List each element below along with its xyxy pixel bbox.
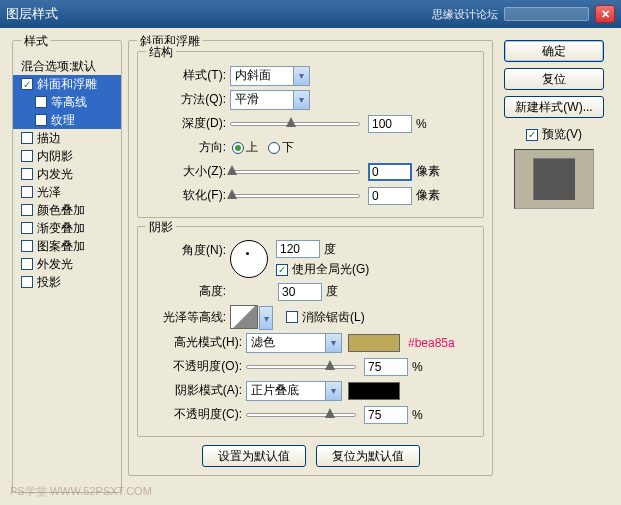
- style-item-label: 斜面和浮雕: [37, 76, 97, 93]
- highlight-color-swatch[interactable]: [348, 334, 400, 352]
- depth-input[interactable]: 100: [368, 115, 412, 133]
- direction-up-label: 上: [246, 139, 258, 156]
- chevron-down-icon: [325, 334, 341, 352]
- style-checkbox[interactable]: [21, 240, 33, 252]
- style-item-10[interactable]: 外发光: [13, 255, 121, 273]
- dialog-title: 图层样式: [6, 5, 58, 23]
- style-item-label: 等高线: [51, 94, 87, 111]
- chevron-down-icon: [293, 91, 309, 109]
- style-item-label: 内阴影: [37, 148, 73, 165]
- style-checkbox[interactable]: [21, 168, 33, 180]
- shading-group-label: 阴影: [146, 219, 176, 236]
- close-icon: ✕: [601, 8, 610, 21]
- style-item-label: 渐变叠加: [37, 220, 85, 237]
- style-value: 内斜面: [235, 67, 289, 84]
- soften-unit: 像素: [416, 187, 440, 204]
- style-checkbox[interactable]: [21, 204, 33, 216]
- global-light-label: 使用全局光(G): [292, 261, 369, 278]
- soften-slider[interactable]: [230, 194, 360, 198]
- style-checkbox[interactable]: [21, 78, 33, 90]
- shadow-opacity-input[interactable]: 75: [364, 406, 408, 424]
- style-item-4[interactable]: 内阴影: [13, 147, 121, 165]
- preview-checkbox[interactable]: [526, 129, 538, 141]
- style-item-2[interactable]: 纹理: [13, 111, 121, 129]
- style-checkbox[interactable]: [21, 258, 33, 270]
- preview-swatch: [533, 158, 575, 200]
- style-item-3[interactable]: 描边: [13, 129, 121, 147]
- titlebar: 图层样式 思缘设计论坛 ✕: [0, 0, 621, 28]
- angle-input[interactable]: 120: [276, 240, 320, 258]
- close-button[interactable]: ✕: [595, 5, 615, 23]
- size-slider[interactable]: [230, 170, 360, 174]
- style-item-label: 外发光: [37, 256, 73, 273]
- size-label: 大小(Z):: [146, 163, 226, 180]
- altitude-input[interactable]: 30: [278, 283, 322, 301]
- size-input[interactable]: 0: [368, 163, 412, 181]
- shadow-mode-value: 正片叠底: [251, 382, 321, 399]
- depth-unit: %: [416, 117, 427, 131]
- depth-slider[interactable]: [230, 122, 360, 126]
- soften-input[interactable]: 0: [368, 187, 412, 205]
- styles-list: 混合选项:默认 斜面和浮雕等高线纹理描边内阴影内发光光泽颜色叠加渐变叠加图案叠加…: [13, 57, 121, 291]
- style-checkbox[interactable]: [21, 186, 33, 198]
- highlight-opacity-label: 不透明度(O):: [146, 358, 242, 375]
- antialias-checkbox[interactable]: [286, 311, 298, 323]
- style-checkbox[interactable]: [21, 132, 33, 144]
- global-light-checkbox[interactable]: [276, 264, 288, 276]
- direction-down-label: 下: [282, 139, 294, 156]
- style-item-label: 描边: [37, 130, 61, 147]
- style-checkbox[interactable]: [21, 150, 33, 162]
- chevron-down-icon: [325, 382, 341, 400]
- style-item-label: 光泽: [37, 184, 61, 201]
- technique-value: 平滑: [235, 91, 289, 108]
- style-item-label: 投影: [37, 274, 61, 291]
- style-item-0[interactable]: 斜面和浮雕: [13, 75, 121, 93]
- technique-select[interactable]: 平滑: [230, 90, 310, 110]
- shadow-mode-select[interactable]: 正片叠底: [246, 381, 342, 401]
- style-item-6[interactable]: 光泽: [13, 183, 121, 201]
- direction-down-radio[interactable]: [268, 142, 280, 154]
- highlight-mode-value: 滤色: [251, 334, 321, 351]
- style-item-7[interactable]: 颜色叠加: [13, 201, 121, 219]
- style-item-1[interactable]: 等高线: [13, 93, 121, 111]
- style-checkbox[interactable]: [21, 222, 33, 234]
- angle-dial[interactable]: [230, 240, 268, 278]
- size-unit: 像素: [416, 163, 440, 180]
- style-item-5[interactable]: 内发光: [13, 165, 121, 183]
- forum-credit: 思缘设计论坛: [432, 7, 498, 22]
- altitude-unit: 度: [326, 283, 338, 300]
- style-select[interactable]: 内斜面: [230, 66, 310, 86]
- direction-label: 方向:: [146, 139, 226, 156]
- structure-group-label: 结构: [146, 44, 176, 61]
- blend-options-item[interactable]: 混合选项:默认: [13, 57, 121, 75]
- ok-button[interactable]: 确定: [504, 40, 604, 62]
- style-item-label: 图案叠加: [37, 238, 85, 255]
- highlight-mode-select[interactable]: 滤色: [246, 333, 342, 353]
- shadow-opacity-unit: %: [412, 408, 423, 422]
- style-label: 样式(T):: [146, 67, 226, 84]
- reset-default-button[interactable]: 复位为默认值: [316, 445, 420, 467]
- direction-up-radio[interactable]: [232, 142, 244, 154]
- technique-label: 方法(Q):: [146, 91, 226, 108]
- style-item-8[interactable]: 渐变叠加: [13, 219, 121, 237]
- chevron-down-icon: [259, 306, 273, 330]
- highlight-opacity-input[interactable]: 75: [364, 358, 408, 376]
- style-checkbox[interactable]: [35, 96, 47, 108]
- styles-group-label: 样式: [21, 33, 51, 50]
- style-item-9[interactable]: 图案叠加: [13, 237, 121, 255]
- shadow-opacity-label: 不透明度(C):: [146, 406, 242, 423]
- cancel-button[interactable]: 复位: [504, 68, 604, 90]
- style-checkbox[interactable]: [21, 276, 33, 288]
- footer-watermark: PS学堂 WWW.52PSXT.COM: [10, 484, 152, 499]
- shadow-color-swatch[interactable]: [348, 382, 400, 400]
- style-checkbox[interactable]: [35, 114, 47, 126]
- depth-label: 深度(D):: [146, 115, 226, 132]
- angle-unit: 度: [324, 241, 336, 258]
- new-style-button[interactable]: 新建样式(W)...: [504, 96, 604, 118]
- make-default-button[interactable]: 设置为默认值: [202, 445, 306, 467]
- style-item-11[interactable]: 投影: [13, 273, 121, 291]
- style-item-label: 颜色叠加: [37, 202, 85, 219]
- gloss-contour-picker[interactable]: [230, 305, 258, 329]
- shadow-opacity-slider[interactable]: [246, 413, 356, 417]
- highlight-opacity-slider[interactable]: [246, 365, 356, 369]
